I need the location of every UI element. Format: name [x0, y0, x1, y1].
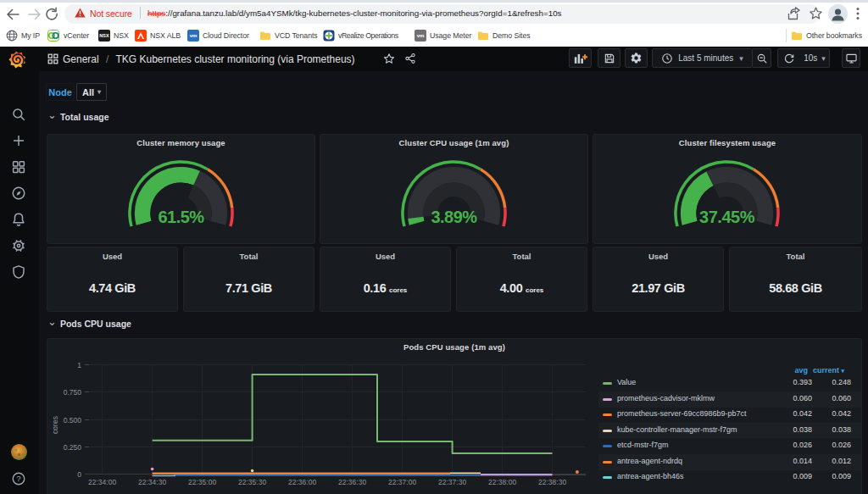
svg-text:1: 1	[77, 361, 81, 369]
svg-text:3.89%: 3.89%	[431, 208, 477, 226]
svg-text:61.5%: 61.5%	[158, 208, 204, 226]
svg-text:22:35:30: 22:35:30	[238, 478, 266, 486]
svg-text:22:36:00: 22:36:00	[288, 478, 316, 486]
svg-text:0.750: 0.750	[64, 388, 82, 397]
svg-text:0.500: 0.500	[64, 416, 82, 425]
svg-text:22:36:30: 22:36:30	[338, 478, 366, 486]
svg-text:0: 0	[77, 470, 81, 479]
svg-text:?: ?	[16, 474, 21, 483]
svg-text:22:37:00: 22:37:00	[388, 478, 416, 486]
svg-text:0.250: 0.250	[64, 443, 82, 452]
svg-text:22:37:30: 22:37:30	[438, 478, 466, 486]
svg-text:22:34:00: 22:34:00	[88, 478, 116, 486]
svg-text:22:34:30: 22:34:30	[138, 478, 166, 486]
svg-text:22:38:00: 22:38:00	[488, 478, 516, 486]
svg-text:cores: cores	[51, 416, 59, 434]
svg-text:22:35:00: 22:35:00	[188, 478, 216, 486]
svg-text:22:38:30: 22:38:30	[538, 478, 566, 486]
svg-text:37.45%: 37.45%	[699, 208, 755, 226]
